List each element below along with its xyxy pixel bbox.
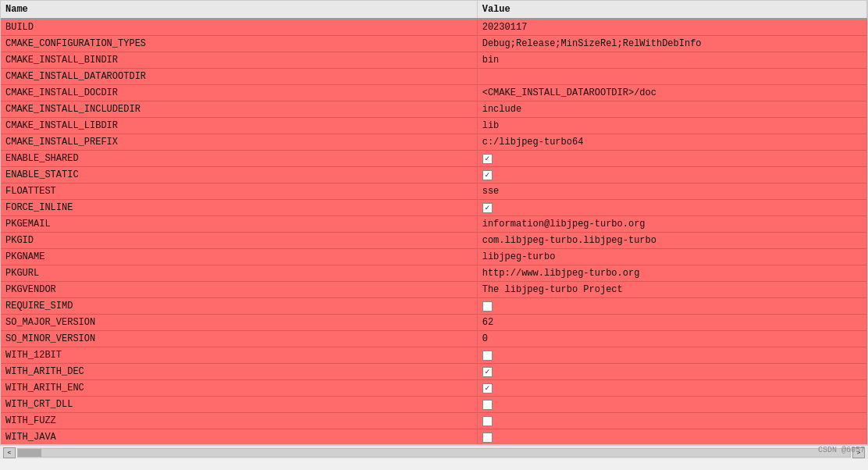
row-value-cell: http://www.libjpeg-turbo.org [477,265,866,282]
row-value-cell [477,364,866,380]
row-name-cell: PKGID [1,233,477,249]
table-row: REQUIRE_SIMD [1,298,867,315]
scroll-left-btn[interactable]: < [3,447,16,458]
table-row: FLOATTESTsse [1,183,867,200]
table-row: FORCE_INLINE [1,200,867,216]
table-row: SO_MAJOR_VERSION62 [1,315,867,331]
row-name-cell: CMAKE_CONFIGURATION_TYPES [1,36,477,52]
row-name-cell: FLOATTEST [1,183,477,200]
row-name-cell: CMAKE_INSTALL_INCLUDEDIR [1,101,477,118]
row-name-cell: SO_MINOR_VERSION [1,331,477,347]
row-value-cell: com.libjpeg-turbo.libjpeg-turbo [477,233,866,249]
checkbox[interactable] [482,367,493,377]
table-row: PKGNAMElibjpeg-turbo [1,249,867,265]
row-name-cell: WITH_JAVA [1,429,477,446]
name-header: Name [1,1,477,19]
checkbox[interactable] [482,154,493,164]
row-name-cell: WITH_ARITH_ENC [1,380,477,397]
row-name-cell: WITH_CRT_DLL [1,397,477,413]
table-row: BUILD20230117 [1,19,867,36]
row-value-cell: libjpeg-turbo [477,249,866,265]
table-row: CMAKE_INSTALL_DATAROOTDIR [1,69,867,85]
table-row: CMAKE_CONFIGURATION_TYPESDebug;Release;M… [1,36,867,52]
table-row: WITH_JAVA [1,429,867,446]
table-row: PKGURLhttp://www.libjpeg-turbo.org [1,265,867,282]
watermark: CSDN @6057 [818,446,865,454]
table-row: CMAKE_INSTALL_BINDIRbin [1,52,867,69]
row-name-cell: CMAKE_INSTALL_LIBDIR [1,118,477,134]
row-value-cell [477,397,866,413]
row-name-cell: SO_MAJOR_VERSION [1,315,477,331]
row-value-cell: 62 [477,315,866,331]
table-row: PKGEMAILinformation@libjpeg-turbo.org [1,216,867,233]
checkbox[interactable] [482,301,493,312]
row-name-cell: PKGVENDOR [1,282,477,298]
table-row: PKGIDcom.libjpeg-turbo.libjpeg-turbo [1,233,867,249]
table-row: ENABLE_STATIC [1,167,867,183]
main-container: Name Value BUILD20230117CMAKE_CONFIGURAT… [0,0,868,470]
row-value-cell: information@libjpeg-turbo.org [477,216,866,233]
table-row: WITH_12BIT [1,347,867,364]
checkbox[interactable] [482,433,493,443]
table-row: CMAKE_INSTALL_INCLUDEDIRinclude [1,101,867,118]
table-header-row: Name Value [1,1,867,19]
row-value-cell [477,347,866,364]
checkbox[interactable] [482,416,493,426]
table-row: ENABLE_SHARED [1,151,867,167]
row-value-cell: 20230117 [477,19,866,36]
row-name-cell: CMAKE_INSTALL_DATAROOTDIR [1,69,477,85]
row-name-cell: PKGURL [1,265,477,282]
value-header: Value [477,1,866,19]
row-value-cell: 0 [477,331,866,347]
table-row: CMAKE_INSTALL_LIBDIRlib [1,118,867,134]
row-value-cell [477,69,866,85]
h-scroll-thumb [18,449,41,457]
row-value-cell: <CMAKE_INSTALL_DATAROOTDIR>/doc [477,85,866,101]
row-value-cell [477,200,866,216]
row-value-cell: bin [477,52,866,69]
row-name-cell: CMAKE_INSTALL_PREFIX [1,134,477,151]
table-row: WITH_ARITH_DEC [1,364,867,380]
row-name-cell: ENABLE_STATIC [1,167,477,183]
row-value-cell [477,151,866,167]
table-row: WITH_ARITH_ENC [1,380,867,397]
row-name-cell: WITH_12BIT [1,347,477,364]
table-row: SO_MINOR_VERSION0 [1,331,867,347]
checkbox[interactable] [482,170,493,180]
row-name-cell: ENABLE_SHARED [1,151,477,167]
row-value-cell [477,413,866,429]
row-name-cell: REQUIRE_SIMD [1,298,477,315]
row-value-cell: include [477,101,866,118]
table-row: CMAKE_INSTALL_PREFIXc:/libjpeg-turbo64 [1,134,867,151]
row-value-cell: sse [477,183,866,200]
row-name-cell: PKGNAME [1,249,477,265]
table-row: WITH_CRT_DLL [1,397,867,413]
row-name-cell: CMAKE_INSTALL_DOCDIR [1,85,477,101]
table-row: WITH_FUZZ [1,413,867,429]
row-name-cell: CMAKE_INSTALL_BINDIR [1,52,477,69]
row-value-cell [477,429,866,446]
table-row: PKGVENDORThe libjpeg-turbo Project [1,282,867,298]
row-name-cell: WITH_FUZZ [1,413,477,429]
row-value-cell: lib [477,118,866,134]
row-value-cell [477,298,866,315]
row-value-cell: The libjpeg-turbo Project [477,282,866,298]
h-scroll-track[interactable] [17,448,851,458]
scrollbar-area: < > [0,445,868,459]
row-name-cell: PKGEMAIL [1,216,477,233]
table-container[interactable]: Name Value BUILD20230117CMAKE_CONFIGURAT… [0,0,868,445]
row-value-cell: Debug;Release;MinSizeRel;RelWithDebInfo [477,36,866,52]
checkbox[interactable] [482,400,493,410]
row-name-cell: FORCE_INLINE [1,200,477,216]
checkbox[interactable] [482,351,493,361]
checkbox[interactable] [482,203,493,213]
row-value-cell [477,380,866,397]
row-value-cell [477,167,866,183]
row-name-cell: WITH_ARITH_DEC [1,364,477,380]
checkbox[interactable] [482,383,493,393]
cmake-table: Name Value BUILD20230117CMAKE_CONFIGURAT… [1,1,867,445]
table-row: CMAKE_INSTALL_DOCDIR<CMAKE_INSTALL_DATAR… [1,85,867,101]
row-value-cell: c:/libjpeg-turbo64 [477,134,866,151]
row-name-cell: BUILD [1,19,477,36]
